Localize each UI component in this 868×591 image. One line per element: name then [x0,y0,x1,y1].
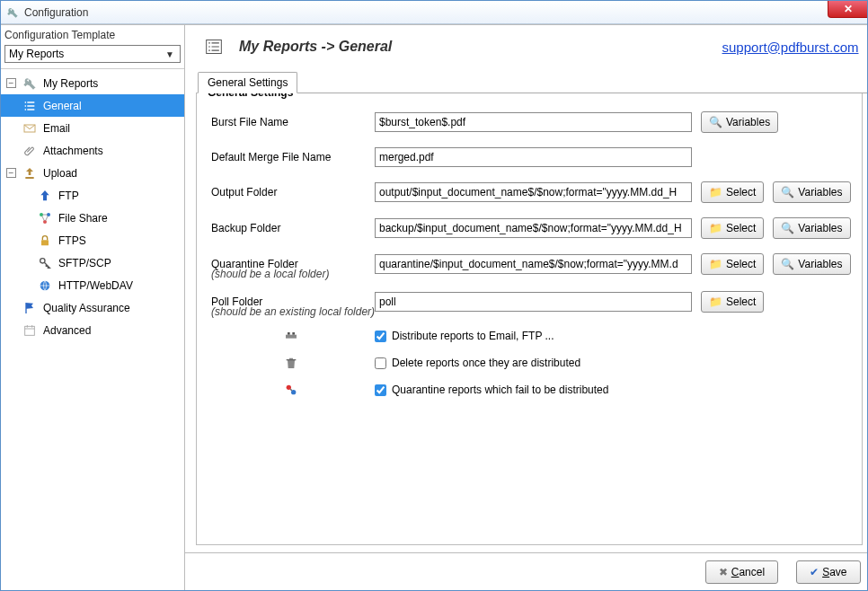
select-button[interactable]: 📁Select [701,217,764,239]
svg-point-6 [40,258,45,262]
tree-email[interactable]: Email [1,117,184,139]
left-panel-label: Configuration Template [4,29,181,41]
tree-label: Upload [43,167,77,180]
variables-button[interactable]: 🔍Variables [773,253,850,275]
tree-label: Attachments [43,145,103,157]
collapse-icon[interactable]: − [6,78,16,88]
output-folder-input[interactable] [375,182,692,202]
tree-label: SFTP/SCP [58,257,111,269]
delete-label: Delete reports once they are distributed [392,357,580,369]
window-title: Configuration [24,6,88,19]
folder-icon: 📁 [709,258,722,270]
quarantine-folder-input[interactable] [375,254,692,274]
wrench-icon [6,6,19,19]
svg-rect-11 [288,332,290,335]
distribute-checkbox[interactable] [375,331,386,342]
variables-button[interactable]: 🔍Variables [773,181,850,203]
template-dropdown[interactable]: My Reports ▼ [4,45,181,63]
distribute-label: Distribute reports to Email, FTP ... [392,330,554,342]
folder-icon: 📁 [709,186,722,198]
magnify-icon: 🔍 [781,186,794,198]
delete-checkbox[interactable] [375,357,386,369]
tree-advanced[interactable]: Advanced [1,319,184,341]
trash-icon [208,356,375,370]
wrench-icon [22,76,38,91]
folder-icon: 📁 [709,222,722,234]
nav-tree: − My Reports General Email [1,69,184,590]
save-button[interactable]: ✔ Save [796,560,860,584]
poll-folder-input[interactable] [375,292,692,312]
general-settings-fieldset: General Settings Burst File Name 🔍Variab… [196,93,863,545]
tree-label: FTP [58,190,79,202]
arrow-up-icon [37,189,53,203]
folder-icon: 📁 [709,296,722,308]
chevron-down-icon: ▼ [164,49,176,59]
quarantine-checkbox[interactable] [375,384,386,396]
tree-label: My Reports [43,77,98,90]
globe-icon [37,278,53,293]
quarantine-label: Quarantine reports which fail to be dist… [392,384,608,396]
svg-rect-5 [41,240,49,245]
svg-point-4 [43,220,47,224]
tree-label: FTPS [58,234,86,247]
key-icon [37,256,53,270]
tree-upload[interactable]: − Upload [1,162,184,184]
svg-rect-12 [292,332,295,335]
tree-label: Email [43,122,70,135]
select-button[interactable]: 📁Select [701,181,764,203]
variables-button[interactable]: 🔍Variables [701,111,778,133]
default-merge-file-name-input[interactable] [375,147,692,167]
collapse-icon[interactable]: − [6,168,16,178]
tree-file-share[interactable]: File Share [1,207,184,229]
tree-ftps[interactable]: FTPS [1,229,184,251]
burst-file-name-input[interactable] [375,112,692,132]
tree-label: HTTP/WebDAV [58,279,133,292]
support-link[interactable]: support@pdfburst.com [722,40,859,55]
left-panel: Configuration Template My Reports ▼ − My… [1,25,185,590]
paperclip-icon [22,144,38,158]
quarantine-icon [208,383,375,397]
select-button[interactable]: 📁Select [701,291,764,313]
backup-folder-input[interactable] [375,218,692,238]
tree-quality-assurance[interactable]: Quality Assurance [1,296,184,319]
svg-point-14 [287,385,291,390]
tree-my-reports[interactable]: − My Reports [1,72,184,94]
list-icon [22,99,38,113]
select-button[interactable]: 📁Select [701,253,764,275]
calendar-icon [22,323,38,338]
backup-folder-label: Backup Folder [208,222,375,234]
tree-general[interactable]: General [1,94,184,117]
variables-button[interactable]: 🔍Variables [773,217,850,239]
check-icon: ✔ [810,566,819,578]
tree-ftp[interactable]: FTP [1,184,184,207]
svg-rect-13 [287,359,297,360]
distribute-icon [208,329,375,343]
network-icon [37,211,53,225]
svg-rect-8 [25,326,35,335]
cancel-button[interactable]: ✖ Cancel [705,560,778,584]
output-folder-label: Output Folder [208,186,375,198]
close-icon: ✕ [844,3,853,15]
envelope-icon [22,121,38,136]
default-merge-file-name-label: Default Merge File Name [208,151,375,163]
tree-attachments[interactable]: Attachments [1,139,184,162]
titlebar: Configuration ✕ [1,1,867,24]
tree-sftp-scp[interactable]: SFTP/SCP [1,251,184,274]
svg-rect-1 [25,177,33,179]
tab-general-settings[interactable]: General Settings [198,72,297,93]
flag-icon [22,301,38,315]
tree-label: File Share [58,212,108,225]
cancel-icon: ✖ [719,566,728,578]
tree-label: Advanced [43,324,91,337]
close-button[interactable]: ✕ [828,1,867,18]
svg-point-15 [291,390,296,394]
lock-icon [37,234,53,248]
magnify-icon: 🔍 [709,116,722,128]
tree-label: Quality Assurance [43,302,130,314]
magnify-icon: 🔍 [781,258,794,270]
burst-file-name-label: Burst File Name [208,116,375,128]
breadcrumb: My Reports -> General [239,39,392,55]
tree-http-webdav[interactable]: HTTP/WebDAV [1,274,184,296]
footer: ✖ Cancel ✔ Save [185,552,867,590]
magnify-icon: 🔍 [781,222,794,234]
